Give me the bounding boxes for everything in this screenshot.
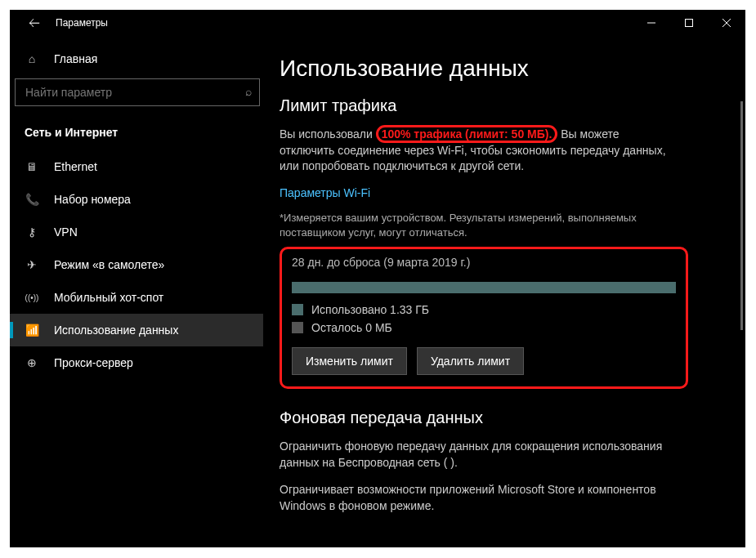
measurement-note: *Измеряется вашим устройством. Результат… xyxy=(280,211,655,240)
section-limit-title: Лимит трафика xyxy=(280,96,718,115)
sidebar-item-label: Прокси-сервер xyxy=(54,356,133,369)
usage-progress-bar xyxy=(292,282,676,293)
scrollbar[interactable] xyxy=(740,101,743,330)
sidebar-item-label: VPN xyxy=(54,225,78,239)
sidebar-item-hotspot[interactable]: ((•)) Мобильный хот-спот xyxy=(10,281,263,314)
maximize-button[interactable] xyxy=(670,10,708,36)
usage-prefix: Вы использовали xyxy=(280,127,373,141)
usage-highlight: 100% трафика (лимит: 50 МБ). xyxy=(376,125,558,143)
used-legend: Использовано 1.33 ГБ xyxy=(292,303,676,316)
airplane-icon: ✈ xyxy=(25,258,39,271)
home-nav[interactable]: ⌂ Главная xyxy=(10,44,263,74)
sidebar-item-label: Режим «в самолете» xyxy=(54,258,164,271)
window-title: Параметры xyxy=(56,17,108,29)
reset-countdown: 28 дн. до сброса (9 марта 2019 г.) xyxy=(292,256,676,269)
back-button[interactable]: 🡠 xyxy=(18,10,51,36)
limit-buttons: Изменить лимит Удалить лимит xyxy=(292,347,676,375)
vpn-icon: ⚷ xyxy=(25,225,39,239)
sidebar: ⌂ Главная ⌕ Сеть и Интернет 🖥 Ethernet 📞… xyxy=(10,36,263,547)
proxy-icon: ⊕ xyxy=(25,356,39,369)
data-usage-icon: 📶 xyxy=(25,324,39,337)
sidebar-item-datausage[interactable]: 📶 Использование данных xyxy=(10,314,263,346)
page-title: Использование данных xyxy=(280,56,718,82)
wifi-settings-link[interactable]: Параметры Wi-Fi xyxy=(280,186,718,199)
sidebar-item-label: Мобильный хот-спот xyxy=(54,291,163,304)
usage-paragraph: Вы использовали 100% трафика (лимит: 50 … xyxy=(280,127,672,175)
search-input[interactable] xyxy=(15,78,260,106)
sidebar-item-dialup[interactable]: 📞 Набор номера xyxy=(10,183,263,216)
section-bg-title: Фоновая передача данных xyxy=(280,408,718,427)
window-controls xyxy=(633,10,745,36)
sidebar-item-label: Ethernet xyxy=(54,160,97,173)
ethernet-icon: 🖥 xyxy=(25,160,39,173)
used-swatch-icon xyxy=(292,304,303,315)
sidebar-item-label: Набор номера xyxy=(54,193,131,206)
home-label: Главная xyxy=(54,52,97,65)
minimize-button[interactable] xyxy=(633,10,670,36)
sidebar-item-proxy[interactable]: ⊕ Прокси-сервер xyxy=(10,346,263,379)
change-limit-button[interactable]: Изменить лимит xyxy=(292,347,407,375)
dialup-icon: 📞 xyxy=(25,193,39,206)
hotspot-icon: ((•)) xyxy=(25,293,39,302)
home-icon: ⌂ xyxy=(25,52,39,65)
close-button[interactable] xyxy=(708,10,745,36)
sidebar-item-ethernet[interactable]: 🖥 Ethernet xyxy=(10,150,263,183)
sidebar-item-vpn[interactable]: ⚷ VPN xyxy=(10,216,263,248)
bg-paragraph: Ограничить фоновую передачу данных для с… xyxy=(280,439,672,471)
settings-window: 🡠 Параметры ⌂ Главная ⌕ xyxy=(10,10,745,547)
search-icon: ⌕ xyxy=(245,85,252,98)
remaining-label: Осталось 0 МБ xyxy=(311,321,392,334)
remaining-swatch-icon xyxy=(292,322,303,333)
titlebar: 🡠 Параметры xyxy=(10,10,745,36)
sidebar-item-airplane[interactable]: ✈ Режим «в самолете» xyxy=(10,248,263,281)
svg-rect-1 xyxy=(686,20,693,27)
content-area: Использование данных Лимит трафика Вы ис… xyxy=(263,36,745,547)
remaining-legend: Осталось 0 МБ xyxy=(292,321,676,334)
used-label: Использовано 1.33 ГБ xyxy=(311,303,429,316)
search-box[interactable]: ⌕ xyxy=(15,78,260,106)
limit-details-box: 28 дн. до сброса (9 марта 2019 г.) Испол… xyxy=(280,247,688,389)
window-body: ⌂ Главная ⌕ Сеть и Интернет 🖥 Ethernet 📞… xyxy=(10,36,745,547)
remove-limit-button[interactable]: Удалить лимит xyxy=(417,347,524,375)
category-header: Сеть и Интернет xyxy=(10,111,263,150)
bg-paragraph-2: Ограничивает возможности приложений Micr… xyxy=(280,482,672,514)
sidebar-item-label: Использование данных xyxy=(54,324,178,337)
